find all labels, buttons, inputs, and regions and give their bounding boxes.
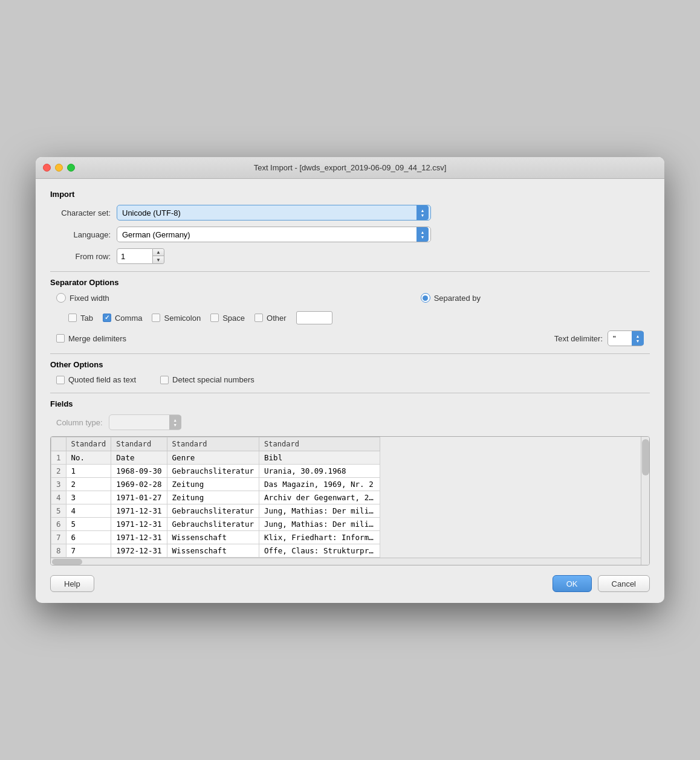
- cell-2-2[interactable]: 1968-09-30: [111, 465, 167, 478]
- cell-7-3[interactable]: Wissenschaft: [167, 531, 259, 544]
- ok-cancel-group: OK Cancel: [553, 575, 650, 592]
- other-label: Other: [267, 314, 287, 323]
- cell-3-4[interactable]: Das Magazin, 1969, Nr. 2: [259, 478, 380, 491]
- tab-label: Tab: [80, 314, 93, 323]
- cell-7-1[interactable]: 6: [66, 531, 111, 544]
- cell-5-1[interactable]: 4: [66, 504, 111, 518]
- table-row: 4 3 1971-01-27 Zeitung Archiv der Gegenw…: [51, 491, 380, 504]
- row-num-3: 3: [51, 478, 66, 491]
- cell-7-2[interactable]: 1971-12-31: [111, 531, 167, 544]
- tab-checkbox-item[interactable]: Tab: [68, 314, 93, 323]
- col-header-3[interactable]: Standard: [167, 437, 259, 451]
- semicolon-label: Semicolon: [164, 314, 201, 323]
- minimize-button[interactable]: [55, 164, 63, 172]
- cell-8-4[interactable]: Offe, Claus: Strukturprobl: [259, 544, 380, 558]
- separated-by-radio-button[interactable]: [421, 293, 430, 303]
- cell-8-3[interactable]: Wissenschaft: [167, 544, 259, 558]
- language-select[interactable]: German (Germany): [117, 227, 431, 242]
- cell-4-2[interactable]: 1971-01-27: [111, 491, 167, 504]
- merge-delimiters-checkbox[interactable]: [56, 334, 65, 343]
- charset-label: Character set:: [50, 208, 117, 217]
- cell-6-3[interactable]: Gebrauchsliteratur: [167, 518, 259, 531]
- other-checkbox-item[interactable]: Other: [254, 314, 287, 323]
- fixed-width-label: Fixed width: [70, 294, 109, 303]
- cell-5-4[interactable]: Jung, Mathias: Der militär: [259, 504, 380, 518]
- text-delimiter-select[interactable]: ": [608, 330, 644, 346]
- cell-5-2[interactable]: 1971-12-31: [111, 504, 167, 518]
- comma-checkbox[interactable]: ✓: [103, 314, 111, 322]
- radio-selected-indicator: [423, 295, 428, 301]
- cell-4-1[interactable]: 3: [66, 491, 111, 504]
- data-table: Standard Standard Standard Standard 1 No…: [51, 437, 380, 558]
- fromrow-input[interactable]: 1: [117, 248, 153, 264]
- cell-6-1[interactable]: 5: [66, 518, 111, 531]
- titlebar: Text Import - [dwds_export_2019-06-09_09…: [36, 157, 664, 179]
- cell-1-2[interactable]: Date: [111, 451, 167, 465]
- semicolon-checkbox-item[interactable]: Semicolon: [152, 314, 201, 323]
- cell-1-3[interactable]: Genre: [167, 451, 259, 465]
- fromrow-row: From row: 1 ▲ ▼: [50, 248, 650, 264]
- cell-1-4[interactable]: Bibl: [259, 451, 380, 465]
- vertical-scrollbar[interactable]: [641, 437, 649, 565]
- space-checkbox[interactable]: [210, 314, 219, 322]
- quoted-field-item[interactable]: Quoted field as text: [56, 375, 136, 384]
- cell-6-2[interactable]: 1971-12-31: [111, 518, 167, 531]
- comma-checkbox-item[interactable]: ✓ Comma: [103, 314, 143, 323]
- help-button[interactable]: Help: [50, 575, 94, 592]
- cell-3-3[interactable]: Zeitung: [167, 478, 259, 491]
- column-type-select[interactable]: [109, 414, 181, 430]
- fixed-width-radio[interactable]: Fixed width: [56, 293, 109, 303]
- data-table-wrapper: Standard Standard Standard Standard 1 No…: [50, 436, 650, 565]
- other-input[interactable]: [296, 311, 332, 324]
- button-row: Help OK Cancel: [50, 575, 650, 592]
- cell-7-4[interactable]: Klix, Friedhart: Informati: [259, 531, 380, 544]
- language-row: Language: German (Germany) ▲ ▼: [50, 227, 650, 242]
- cell-4-3[interactable]: Zeitung: [167, 491, 259, 504]
- charset-select[interactable]: Unicode (UTF-8): [117, 205, 431, 221]
- ok-button[interactable]: OK: [553, 575, 592, 592]
- space-checkbox-item[interactable]: Space: [210, 314, 245, 323]
- detect-special-checkbox[interactable]: [160, 376, 169, 384]
- fromrow-down-button[interactable]: ▼: [153, 256, 164, 263]
- cell-4-4[interactable]: Archiv der Gegenwart, 2001: [259, 491, 380, 504]
- cell-3-1[interactable]: 2: [66, 478, 111, 491]
- comma-label: Comma: [115, 314, 143, 323]
- row-num-6: 6: [51, 518, 66, 531]
- text-delimiter-right: Text delimiter: " ▲ ▼: [554, 330, 644, 346]
- cell-2-1[interactable]: 1: [66, 465, 111, 478]
- table-row: 6 5 1971-12-31 Gebrauchsliteratur Jung, …: [51, 518, 380, 531]
- col-header-1[interactable]: Standard: [66, 437, 111, 451]
- cell-2-4[interactable]: Urania, 30.09.1968: [259, 465, 380, 478]
- detect-special-item[interactable]: Detect special numbers: [160, 375, 254, 384]
- radio-row: Fixed width Separated by: [50, 293, 650, 303]
- charset-row: Character set: Unicode (UTF-8) ▲ ▼: [50, 205, 650, 221]
- cancel-button[interactable]: Cancel: [598, 575, 650, 592]
- tab-checkbox[interactable]: [68, 314, 77, 322]
- col-header-2[interactable]: Standard: [111, 437, 167, 451]
- window-title: Text Import - [dwds_export_2019-06-09_09…: [254, 163, 447, 172]
- separated-by-radio[interactable]: Separated by: [421, 293, 481, 303]
- horizontal-scrollbar-thumb[interactable]: [52, 559, 82, 565]
- vertical-scrollbar-thumb[interactable]: [642, 439, 649, 475]
- other-options-title: Other Options: [50, 360, 650, 369]
- cell-5-3[interactable]: Gebrauchsliteratur: [167, 504, 259, 518]
- fromrow-up-button[interactable]: ▲: [153, 249, 164, 256]
- table-header-row: Standard Standard Standard Standard: [51, 437, 380, 451]
- cell-8-1[interactable]: 7: [66, 544, 111, 558]
- fixed-width-radio-button[interactable]: [56, 293, 66, 303]
- maximize-button[interactable]: [67, 164, 75, 172]
- separator-options-title: Separator Options: [50, 278, 650, 287]
- semicolon-checkbox[interactable]: [152, 314, 160, 322]
- other-checkbox[interactable]: [254, 314, 263, 322]
- import-section-title: Import: [50, 190, 650, 199]
- cell-3-2[interactable]: 1969-02-28: [111, 478, 167, 491]
- cell-2-3[interactable]: Gebrauchsliteratur: [167, 465, 259, 478]
- text-delimiter-label: Text delimiter:: [554, 334, 603, 343]
- col-header-4[interactable]: Standard: [259, 437, 380, 451]
- horizontal-scrollbar[interactable]: [51, 558, 641, 565]
- close-button[interactable]: [43, 164, 51, 172]
- cell-8-2[interactable]: 1972-12-31: [111, 544, 167, 558]
- cell-6-4[interactable]: Jung, Mathias: Der militär: [259, 518, 380, 531]
- quoted-field-checkbox[interactable]: [56, 376, 65, 384]
- cell-1-1[interactable]: No.: [66, 451, 111, 465]
